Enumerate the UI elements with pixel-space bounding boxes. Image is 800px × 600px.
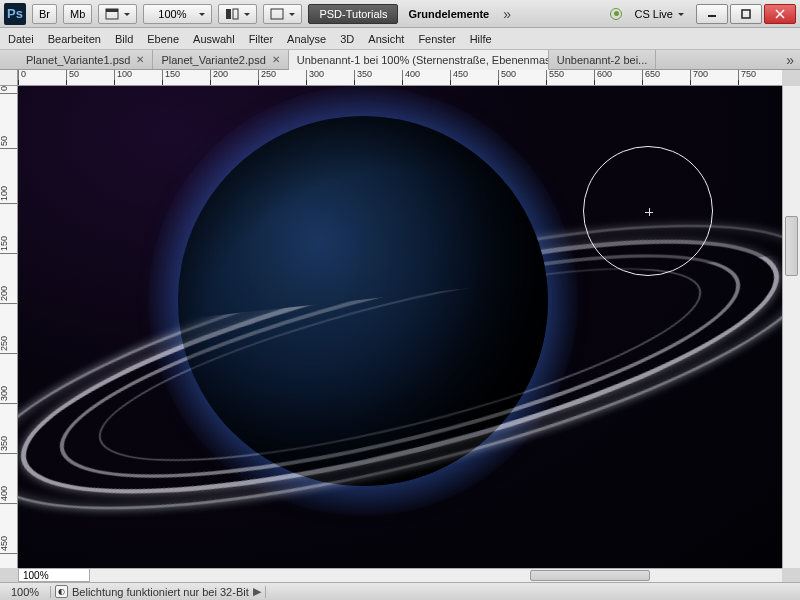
zoom-display[interactable]: 100% bbox=[18, 568, 90, 582]
workspace-button[interactable]: PSD-Tutorials bbox=[308, 4, 398, 24]
ruler-horizontal[interactable]: 0501001502002503003504004505005506006507… bbox=[18, 70, 782, 86]
screenmode-dropdown[interactable] bbox=[263, 4, 302, 24]
vertical-scrollbar[interactable] bbox=[782, 86, 800, 568]
minibridge-button[interactable]: Mb bbox=[63, 4, 92, 24]
view-extras-dropdown[interactable] bbox=[98, 4, 137, 24]
cslive-dropdown[interactable]: CS Live bbox=[628, 4, 690, 24]
status-text: Belichtung funktioniert nur bei 32-Bit bbox=[72, 586, 249, 598]
window-controls bbox=[696, 4, 796, 24]
menu-ebene[interactable]: Ebene bbox=[147, 33, 179, 45]
status-bar: 100% ◐ Belichtung funktioniert nur bei 3… bbox=[0, 582, 800, 600]
status-play-icon[interactable]: ▶ bbox=[253, 585, 261, 598]
menu-fenster[interactable]: Fenster bbox=[418, 33, 455, 45]
menu-ansicht[interactable]: Ansicht bbox=[368, 33, 404, 45]
svg-rect-2 bbox=[226, 9, 231, 19]
app-logo: Ps bbox=[4, 3, 26, 25]
close-icon[interactable]: ✕ bbox=[272, 54, 280, 65]
menu-bild[interactable]: Bild bbox=[115, 33, 133, 45]
maximize-button[interactable] bbox=[730, 4, 762, 24]
menu-analyse[interactable]: Analyse bbox=[287, 33, 326, 45]
menu-auswahl[interactable]: Auswahl bbox=[193, 33, 235, 45]
svg-rect-4 bbox=[271, 9, 283, 19]
cslive-status-icon bbox=[610, 8, 622, 20]
tab-planet-variante1[interactable]: Planet_Variante1.psd✕ bbox=[18, 50, 153, 69]
menu-bar: Datei Bearbeiten Bild Ebene Auswahl Filt… bbox=[0, 28, 800, 50]
menu-bearbeiten[interactable]: Bearbeiten bbox=[48, 33, 101, 45]
tab-unbenannt-2[interactable]: Unbenannt-2 bei... bbox=[549, 50, 657, 69]
brush-cursor bbox=[583, 146, 713, 276]
tab-unbenannt-1[interactable]: Unbenannt-1 bei 100% (Sternenstraße, Ebe… bbox=[289, 50, 549, 70]
scrollbar-thumb[interactable] bbox=[785, 216, 798, 276]
scrollbar-thumb[interactable] bbox=[530, 570, 650, 581]
close-button[interactable] bbox=[764, 4, 796, 24]
svg-rect-1 bbox=[106, 9, 118, 12]
workspace-secondary[interactable]: Grundelemente bbox=[404, 8, 493, 20]
expand-workspaces-icon[interactable]: » bbox=[499, 6, 513, 22]
close-icon[interactable]: ✕ bbox=[136, 54, 144, 65]
editor-area: 0501001502002503003504004505005506006507… bbox=[0, 70, 800, 582]
minimize-button[interactable] bbox=[696, 4, 728, 24]
ruler-vertical[interactable]: 050100150200250300350400450 bbox=[0, 86, 18, 568]
exposure-warning-icon[interactable]: ◐ bbox=[55, 585, 68, 598]
menu-datei[interactable]: Datei bbox=[8, 33, 34, 45]
svg-rect-3 bbox=[233, 9, 238, 19]
ruler-origin[interactable] bbox=[0, 70, 18, 86]
menu-filter[interactable]: Filter bbox=[249, 33, 273, 45]
svg-rect-6 bbox=[742, 10, 750, 18]
tab-overflow-icon[interactable]: » bbox=[778, 50, 800, 69]
horizontal-scrollbar[interactable] bbox=[90, 568, 782, 582]
menu-hilfe[interactable]: Hilfe bbox=[470, 33, 492, 45]
arrange-dropdown[interactable] bbox=[218, 4, 257, 24]
canvas[interactable] bbox=[18, 86, 782, 568]
bridge-button[interactable]: Br bbox=[32, 4, 57, 24]
status-zoom[interactable]: 100% bbox=[4, 586, 46, 598]
tab-planet-variante2[interactable]: Planet_Variante2.psd✕ bbox=[153, 50, 288, 69]
document-tabstrip: Planet_Variante1.psd✕ Planet_Variante2.p… bbox=[0, 50, 800, 70]
title-bar: Ps Br Mb 100% PSD-Tutorials Grundelement… bbox=[0, 0, 800, 28]
zoom-dropdown[interactable]: 100% bbox=[143, 4, 212, 24]
menu-3d[interactable]: 3D bbox=[340, 33, 354, 45]
